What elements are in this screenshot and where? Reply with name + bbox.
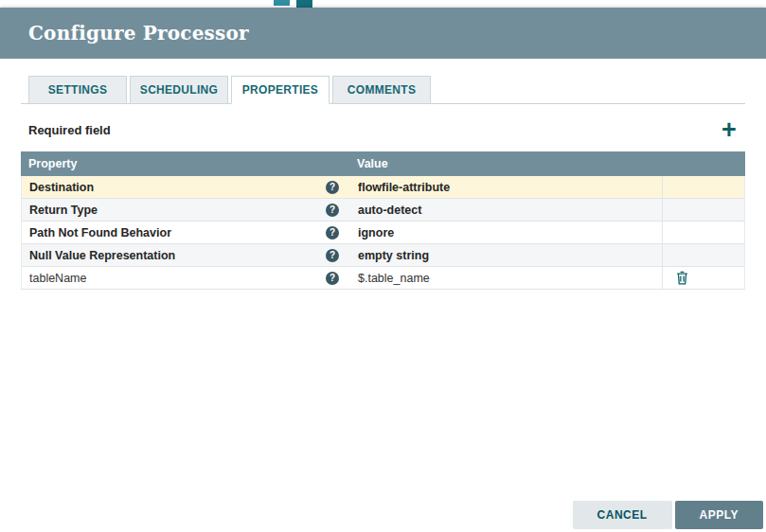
- row-action-cell: [662, 176, 744, 198]
- question-circle-icon[interactable]: ?: [326, 181, 339, 194]
- table-toolbar: Required field +: [21, 114, 745, 146]
- property-value-cell[interactable]: $.table_name: [348, 267, 662, 289]
- delete-property-button[interactable]: [676, 271, 688, 285]
- trash-icon: [676, 271, 688, 285]
- table-row[interactable]: Return Type ? auto-detect: [21, 199, 745, 222]
- add-property-button[interactable]: +: [713, 115, 745, 144]
- tab-properties[interactable]: PROPERTIES: [231, 76, 330, 104]
- background-toolbar-fragment-icon: [274, 0, 290, 6]
- row-action-cell: [662, 244, 744, 266]
- property-column-header: Property: [21, 151, 347, 176]
- properties-table: Property Value Destination ? flowfile-at…: [21, 151, 745, 290]
- question-circle-icon[interactable]: ?: [326, 249, 339, 262]
- background-toolbar-fragment-icon: [296, 0, 312, 8]
- property-name-cell: Null Value Representation ?: [22, 244, 348, 266]
- table-row[interactable]: Path Not Found Behavior ? ignore: [21, 222, 745, 244]
- tab-bar: SETTINGS SCHEDULING PROPERTIES COMMENTS: [21, 76, 745, 104]
- dialog-header: Configure Processor: [0, 8, 766, 59]
- value-column-header: Value: [347, 151, 663, 176]
- property-name-cell: Destination ?: [22, 176, 348, 198]
- property-value-cell[interactable]: ignore: [348, 222, 662, 243]
- tab-settings[interactable]: SETTINGS: [28, 76, 127, 104]
- property-name-cell: Path Not Found Behavior ?: [22, 222, 348, 243]
- plus-icon: +: [721, 115, 737, 144]
- dialog-title: Configure Processor: [28, 22, 249, 44]
- row-action-cell: [662, 267, 744, 289]
- table-row[interactable]: Destination ? flowfile-attribute: [21, 176, 745, 199]
- cancel-button[interactable]: CANCEL: [573, 501, 672, 529]
- table-row[interactable]: Null Value Representation ? empty string: [21, 244, 745, 267]
- dialog-content: SETTINGS SCHEDULING PROPERTIES COMMENTS …: [0, 76, 766, 290]
- row-action-cell: [662, 222, 744, 243]
- property-value-cell[interactable]: auto-detect: [348, 199, 662, 221]
- row-action-cell: [662, 199, 744, 221]
- tab-comments[interactable]: COMMENTS: [332, 76, 431, 104]
- table-row[interactable]: tableName ? $.table_name: [21, 267, 745, 290]
- apply-button[interactable]: APPLY: [675, 501, 763, 529]
- dialog-footer: CANCEL APPLY: [573, 501, 763, 529]
- question-circle-icon[interactable]: ?: [326, 272, 339, 285]
- property-value-cell[interactable]: empty string: [348, 244, 662, 266]
- action-column-header: [663, 151, 745, 176]
- tab-scheduling[interactable]: SCHEDULING: [130, 76, 228, 104]
- question-circle-icon[interactable]: ?: [326, 226, 339, 239]
- property-value-cell[interactable]: flowfile-attribute: [348, 176, 662, 198]
- property-name-cell: Return Type ?: [22, 199, 348, 221]
- table-header-row: Property Value: [21, 151, 745, 176]
- required-field-label: Required field: [21, 123, 111, 137]
- configure-processor-dialog: Configure Processor SETTINGS SCHEDULING …: [0, 8, 766, 532]
- question-circle-icon[interactable]: ?: [326, 204, 339, 217]
- background-strip: [0, 0, 766, 8]
- property-name-cell: tableName ?: [22, 267, 348, 289]
